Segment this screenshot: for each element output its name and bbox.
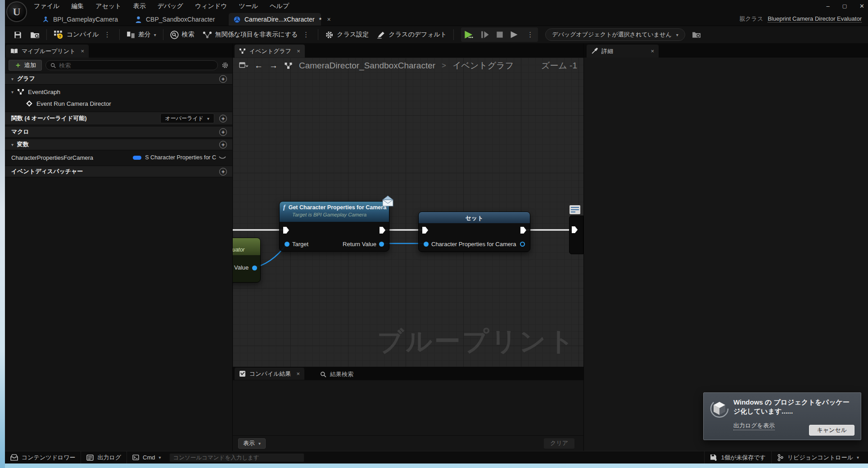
close-button[interactable]: ✕: [859, 3, 864, 9]
nav-forward-icon[interactable]: →: [269, 61, 278, 71]
tab-cbp-sandboxcharacter[interactable]: CBP_SandboxCharacter: [130, 13, 219, 26]
play-options-icon[interactable]: ⋮: [525, 31, 535, 39]
find-button[interactable]: 検索: [166, 28, 199, 41]
console-input[interactable]: [173, 454, 300, 461]
unreal-logo-icon[interactable]: U: [6, 1, 27, 22]
menu-window[interactable]: ウィンドウ: [195, 2, 227, 10]
close-tab-icon[interactable]: ×: [651, 48, 654, 54]
menu-asset[interactable]: アセット: [95, 2, 121, 10]
revision-control-button[interactable]: リビジョンコントロール ▾: [772, 451, 868, 464]
menu-tools[interactable]: ツール: [239, 2, 258, 10]
play-icon[interactable]: [464, 30, 475, 39]
section-macros[interactable]: マクロ +: [5, 126, 232, 138]
compile-options-icon[interactable]: ⋮: [102, 31, 113, 39]
add-dispatcher-icon[interactable]: +: [219, 168, 227, 176]
minimize-button[interactable]: –: [826, 3, 829, 9]
menu-file[interactable]: ファイル: [34, 2, 59, 10]
eject-icon[interactable]: [510, 31, 519, 39]
pin-output-ref[interactable]: [520, 242, 525, 247]
tab-bpi-gameplaycamera[interactable]: BPI_GameplayCamera: [37, 13, 122, 26]
tab-find-results[interactable]: 結果検索: [316, 369, 357, 380]
close-panel-icon[interactable]: ×: [81, 48, 84, 54]
breadcrumb-root[interactable]: CameraDirector_SandboxCharacter: [299, 61, 435, 71]
tab-details[interactable]: 詳細 ×: [587, 45, 659, 58]
exec-in-pin[interactable]: [283, 227, 289, 234]
graph-canvas[interactable]: ← → CameraDirector_SandboxCharacter > イベ…: [233, 58, 583, 367]
pin-character-properties-in[interactable]: [424, 242, 429, 247]
node-get-character-properties[interactable]: f Get Character Properties for Camera Ta…: [279, 201, 389, 252]
diff-button[interactable]: 差分 ▾: [122, 28, 160, 41]
output-log-button[interactable]: 出力ログ: [81, 451, 127, 464]
expander-icon[interactable]: ▾: [11, 76, 14, 81]
debug-object-dropdown[interactable]: デバッグオブジェクトが選択されていません ▾: [545, 28, 685, 41]
tab-my-blueprint[interactable]: マイブループリント ×: [6, 45, 89, 58]
tab-compiler-results[interactable]: コンパイル結果 ×: [235, 368, 304, 380]
menu-help[interactable]: ヘルプ: [270, 2, 289, 10]
node-evaluator-partial[interactable]: uator Value: [233, 238, 261, 283]
add-function-icon[interactable]: +: [219, 115, 227, 122]
expander-icon[interactable]: ▾: [11, 142, 14, 147]
tab-cameradirector-active[interactable]: CameraDire...xCharacter * ×: [229, 13, 321, 26]
debug-browse-button[interactable]: [688, 28, 705, 41]
hide-options-icon[interactable]: ⋮: [301, 31, 311, 39]
tab-event-graph[interactable]: イベントグラフ ×: [235, 45, 305, 58]
pin-value-out[interactable]: [252, 266, 257, 270]
blueprint-search[interactable]: [45, 60, 218, 70]
add-variable-icon[interactable]: +: [219, 141, 227, 148]
cmd-dropdown[interactable]: Cmd ▾: [127, 451, 166, 464]
exec-in-pin[interactable]: [422, 227, 428, 234]
nav-back-icon[interactable]: ←: [254, 61, 263, 71]
tree-item-eventgraph[interactable]: ▾ EventGraph: [5, 86, 232, 97]
menu-debug[interactable]: デバッグ: [158, 2, 183, 10]
search-icon: [170, 31, 179, 39]
tree-item-event-run-camera-director[interactable]: Event Run Camera Director: [5, 98, 232, 109]
section-graphs[interactable]: ▾ グラフ +: [5, 73, 232, 85]
menu-view[interactable]: 表示: [133, 2, 146, 10]
node-clipped-right[interactable]: [569, 205, 583, 254]
parent-class-link[interactable]: Blueprint Camera Director Evaluator: [768, 15, 862, 22]
unsaved-files-button[interactable]: 1個が未保存です: [705, 451, 771, 464]
chevron-down-icon: ▾: [207, 116, 209, 121]
close-tab-icon[interactable]: ×: [297, 48, 300, 54]
graph-settings-icon[interactable]: [239, 62, 248, 69]
eye-closed-icon[interactable]: [219, 155, 226, 160]
breadcrumb-leaf[interactable]: イベントグラフ: [452, 60, 514, 72]
hide-unrelated-button[interactable]: 無関係な項目を非表示にする ⋮: [199, 28, 316, 41]
override-dropdown[interactable]: オーバーライド ▾: [160, 113, 214, 123]
expander-icon[interactable]: ▾: [11, 90, 14, 94]
class-defaults-button[interactable]: クラスのデフォルト: [373, 28, 451, 41]
cancel-button[interactable]: キャンセル: [809, 425, 854, 436]
add-macro-icon[interactable]: +: [219, 128, 227, 136]
browse-asset-button[interactable]: [26, 28, 44, 41]
section-functions[interactable]: 関数 (4 オーバーライド可能) オーバーライド ▾ +: [5, 112, 232, 125]
save-button[interactable]: [9, 28, 26, 41]
desktop-edge-left: [0, 0, 5, 468]
asset-tab-row: BPI_GameplayCamera CBP_SandboxCharacter …: [5, 12, 868, 26]
diff-icon: [127, 31, 135, 39]
menu-edit[interactable]: 編集: [71, 2, 84, 10]
add-graph-icon[interactable]: +: [219, 75, 227, 83]
compile-button[interactable]: ? コンパイル ⋮: [50, 28, 117, 41]
exec-out-pin[interactable]: [520, 227, 526, 234]
maximize-button[interactable]: ▢: [842, 3, 847, 9]
add-button[interactable]: ＋ 追加: [9, 60, 42, 71]
class-settings-button[interactable]: クラス設定: [321, 28, 373, 41]
filter-gear-icon[interactable]: [222, 62, 229, 69]
pin-return-value[interactable]: [379, 242, 384, 247]
exec-out-pin[interactable]: [380, 227, 385, 234]
pin-target[interactable]: [285, 242, 289, 247]
frame-skip-icon[interactable]: [481, 31, 490, 39]
search-input[interactable]: [59, 62, 213, 69]
node-set-character-properties[interactable]: セット Character Properties for Camera: [418, 212, 530, 252]
stop-icon[interactable]: [496, 31, 503, 38]
variable-row[interactable]: CharacterPropertiesForCamera S Character…: [5, 152, 232, 163]
section-event-dispatchers[interactable]: イベントディスパッチャー +: [5, 166, 232, 177]
console-command-box[interactable]: [169, 453, 304, 462]
content-drawer-button[interactable]: コンテンツドロワー: [5, 451, 81, 464]
section-variables[interactable]: ▾ 変数 +: [5, 139, 232, 150]
show-filter-dropdown[interactable]: 表示 ▾: [238, 438, 266, 449]
show-output-log-link[interactable]: 出力ログを表示: [733, 422, 775, 430]
close-tab-icon[interactable]: ×: [327, 16, 330, 23]
clear-button[interactable]: クリア: [544, 438, 574, 449]
close-tab-icon[interactable]: ×: [297, 370, 300, 377]
